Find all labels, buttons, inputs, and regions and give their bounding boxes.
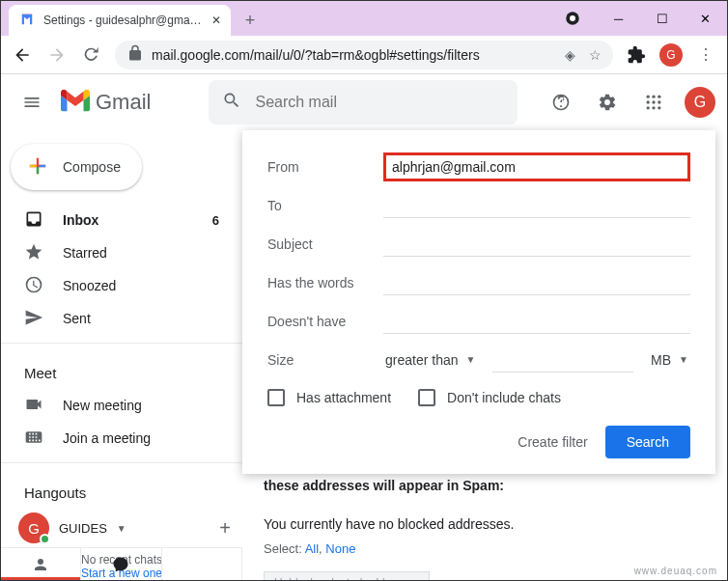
- back-button[interactable]: [11, 43, 34, 67]
- keyboard-icon: [24, 428, 43, 450]
- browser-titlebar: Settings - guidesalphr@gmail.co ✕ + ─ ☐ …: [1, 1, 727, 36]
- watermark-text: www.deuaq.com: [634, 566, 717, 576]
- doesnt-have-input[interactable]: [383, 310, 690, 334]
- browser-tab[interactable]: Settings - guidesalphr@gmail.co ✕: [9, 5, 231, 36]
- new-tab-button[interactable]: +: [237, 7, 264, 34]
- svg-point-1: [570, 15, 575, 21]
- select-none-link[interactable]: None: [325, 541, 355, 556]
- support-button[interactable]: [542, 83, 580, 122]
- meet-heading: Meet: [1, 351, 242, 389]
- hangouts-tab[interactable]: [81, 548, 161, 580]
- svg-point-3: [652, 96, 655, 98]
- contacts-tab[interactable]: [1, 548, 81, 580]
- svg-point-5: [647, 100, 650, 103]
- sidebar-item-snoozed[interactable]: Snoozed: [1, 269, 231, 302]
- gmail-header: Gmail G: [1, 74, 727, 130]
- bookmark-star-icon[interactable]: ☆: [589, 47, 602, 63]
- doesnt-have-label: Doesn't have: [267, 314, 383, 329]
- gmail-favicon-icon: [18, 11, 36, 31]
- maximize-button[interactable]: ☐: [640, 4, 684, 33]
- meet-label: New meeting: [63, 398, 142, 413]
- size-operator-dropdown[interactable]: greater than▼: [383, 348, 477, 373]
- tab-title: Settings - guidesalphr@gmail.co: [43, 14, 204, 27]
- to-input[interactable]: [383, 194, 690, 218]
- clock-icon: [24, 275, 43, 297]
- unblock-button: Unblock selected addresses: [264, 571, 430, 581]
- search-bar[interactable]: [209, 80, 518, 124]
- hangouts-username: GUIDES: [59, 521, 107, 536]
- sidebar-label: Snoozed: [63, 278, 116, 293]
- bottom-tabs: [1, 547, 242, 580]
- forward-button[interactable]: [45, 43, 69, 67]
- sidebar-label: Sent: [63, 311, 91, 326]
- reload-button[interactable]: [80, 43, 103, 67]
- subject-input[interactable]: [383, 233, 690, 257]
- lock-icon: [126, 44, 144, 65]
- gmail-logo-text: Gmail: [96, 90, 151, 115]
- has-attachment-checkbox[interactable]: Has attachment: [267, 389, 391, 406]
- profile-avatar-icon[interactable]: G: [659, 43, 683, 67]
- sidebar: Compose Inbox 6 Starred Snoozed Sent Mee…: [1, 130, 242, 580]
- url-text: mail.google.com/mail/u/0/?tab=rm&ogbl#se…: [152, 47, 557, 63]
- search-button[interactable]: Search: [605, 426, 690, 458]
- join-meeting-button[interactable]: Join a meeting: [1, 422, 242, 455]
- new-chat-button[interactable]: +: [219, 517, 231, 540]
- presence-indicator-icon: [40, 534, 50, 544]
- svg-point-9: [652, 106, 655, 109]
- hangouts-heading: Hangouts: [1, 471, 242, 509]
- video-icon: [24, 395, 43, 417]
- gmail-logo-icon: [61, 89, 90, 116]
- sidebar-label: Starred: [63, 245, 107, 261]
- checkbox-icon: [267, 389, 285, 406]
- settings-button[interactable]: [588, 83, 627, 122]
- select-all-link[interactable]: All: [305, 541, 319, 556]
- search-icon: [222, 91, 241, 114]
- size-label: Size: [267, 352, 383, 368]
- checkbox-icon: [418, 389, 435, 406]
- main-content: these addresses will appear in Spam: You…: [242, 130, 727, 580]
- star-icon: [24, 242, 43, 264]
- chevron-down-icon[interactable]: ▼: [117, 523, 126, 534]
- plus-icon: [24, 152, 51, 182]
- hangouts-user-row[interactable]: G GUIDES ▼ +: [1, 509, 242, 547]
- filter-dropdown-card: From To Subject Has the words Doesn't ha…: [242, 130, 715, 474]
- size-unit-dropdown[interactable]: MB▼: [649, 348, 690, 373]
- chevron-down-icon: ▼: [466, 354, 476, 365]
- svg-point-6: [652, 100, 655, 103]
- address-bar[interactable]: mail.google.com/mail/u/0/?tab=rm&ogbl#se…: [115, 41, 613, 69]
- apps-button[interactable]: [634, 83, 673, 122]
- close-window-button[interactable]: ✕: [684, 4, 727, 33]
- chevron-down-icon: ▼: [679, 354, 688, 365]
- sidebar-label: Inbox: [63, 212, 98, 228]
- gmail-logo[interactable]: Gmail: [61, 89, 151, 116]
- has-words-input[interactable]: [383, 271, 690, 295]
- compose-button[interactable]: Compose: [11, 144, 142, 190]
- extensions-icon[interactable]: [625, 43, 648, 67]
- browser-menu-icon[interactable]: ⋮: [694, 43, 717, 67]
- select-label: Select:: [264, 541, 302, 556]
- hangouts-avatar: G: [18, 512, 49, 543]
- minimize-button[interactable]: ─: [597, 4, 640, 33]
- no-blocked-text: You currently have no blocked addresses.: [264, 516, 708, 532]
- main-menu-button[interactable]: [13, 83, 51, 122]
- svg-point-4: [658, 96, 660, 98]
- sidebar-item-sent[interactable]: Sent: [1, 302, 231, 335]
- dont-include-chats-checkbox[interactable]: Don't include chats: [418, 389, 561, 406]
- has-words-label: Has the words: [267, 275, 383, 290]
- size-value-input[interactable]: [492, 348, 633, 373]
- close-tab-icon[interactable]: ✕: [211, 14, 221, 27]
- svg-point-8: [647, 106, 650, 109]
- new-meeting-button[interactable]: New meeting: [1, 389, 242, 422]
- sidebar-item-inbox[interactable]: Inbox 6: [1, 204, 231, 236]
- inbox-icon: [24, 209, 43, 232]
- calls-tab[interactable]: [162, 548, 242, 580]
- sidebar-item-starred[interactable]: Starred: [1, 236, 231, 269]
- account-avatar[interactable]: G: [685, 87, 715, 118]
- spam-info-text: these addresses will appear in Spam:: [264, 478, 708, 507]
- to-label: To: [267, 198, 383, 213]
- search-input[interactable]: [255, 94, 504, 111]
- from-label: From: [267, 159, 383, 175]
- create-filter-button[interactable]: Create filter: [518, 434, 587, 450]
- from-input[interactable]: [383, 152, 690, 181]
- eye-icon[interactable]: ◈: [565, 47, 575, 63]
